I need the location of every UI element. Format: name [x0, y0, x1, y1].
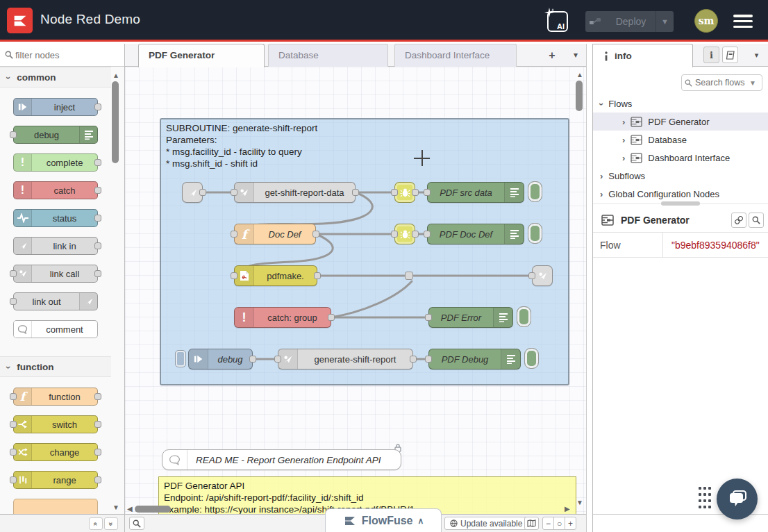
- chevron-down-icon: ›: [596, 103, 607, 106]
- search-flows-input[interactable]: [695, 78, 746, 88]
- collapse-all-button[interactable]: «: [89, 517, 103, 530]
- info-icon: [604, 51, 608, 61]
- expand-all-button[interactable]: »: [104, 517, 118, 530]
- canvas-vscrollbar-thumb[interactable]: [576, 81, 583, 111]
- chevron-right-icon: ›: [600, 189, 603, 199]
- node-comment-readme[interactable]: READ ME - Report Generation Endpoint API: [162, 449, 401, 470]
- chat-widget-button[interactable]: [717, 479, 758, 519]
- node-bug-2[interactable]: [394, 224, 415, 244]
- tree-item-pdf-generator[interactable]: › PDF Generator: [593, 113, 768, 131]
- canvas-scroll-up[interactable]: ▲: [576, 71, 583, 78]
- palette-scroll-area: › common inject debug ! complete: [0, 67, 111, 514]
- palette-node-function[interactable]: f function: [13, 388, 98, 406]
- inject-trigger-button[interactable]: [175, 350, 186, 367]
- zoom-out-button[interactable]: −: [542, 517, 554, 530]
- palette-node-complete[interactable]: ! complete: [13, 153, 98, 172]
- search-flows-button[interactable]: [129, 517, 144, 530]
- node-catch-group[interactable]: ! catch: group: [234, 307, 331, 328]
- tab-dashboard-interface[interactable]: Dashboard Interface: [394, 44, 517, 67]
- flowfuse-panel-toggle[interactable]: FlowFuse ∧: [325, 508, 442, 532]
- palette-node-link-call[interactable]: link call: [13, 265, 98, 283]
- info-tool-button[interactable]: i: [703, 47, 719, 63]
- node-pdf-error[interactable]: PDF Error: [428, 307, 513, 328]
- tab-pdf-generator[interactable]: PDF Generator: [138, 44, 265, 67]
- palette-node-comment[interactable]: comment: [13, 320, 98, 338]
- deploy-button[interactable]: Deploy ▼: [585, 11, 674, 32]
- palette-category-common[interactable]: › common: [0, 67, 111, 88]
- copy-link-button[interactable]: [731, 213, 746, 228]
- bug-icon: [400, 229, 410, 240]
- node-bug-1[interactable]: [394, 182, 415, 203]
- node-link-out[interactable]: [532, 265, 553, 286]
- sidebar-menu-caret[interactable]: ▾: [749, 47, 765, 63]
- ai-assistant-button[interactable]: AI: [547, 11, 568, 32]
- update-available-button[interactable]: Update available: [444, 517, 528, 530]
- zoom-reset-button[interactable]: ○: [553, 517, 565, 530]
- palette-node-partial[interactable]: [13, 499, 98, 514]
- palette-scroll-down[interactable]: ▼: [112, 504, 119, 511]
- search-node-button[interactable]: [749, 213, 764, 228]
- palette-node-link-in[interactable]: link in: [13, 237, 98, 255]
- flow-tab-bar: PDF Generator Database Dashboard Interfa…: [125, 44, 586, 67]
- exclamation-icon: !: [14, 182, 32, 199]
- palette-node-status[interactable]: status: [13, 209, 98, 227]
- chevron-right-icon: ›: [622, 117, 625, 127]
- palette-node-range[interactable]: range: [13, 471, 98, 489]
- canvas-scroll-down[interactable]: ▼: [576, 499, 583, 506]
- flow-group[interactable]: SUBROUTINE: generate-shift-reportParamet…: [160, 118, 569, 385]
- wire-junction[interactable]: [405, 272, 413, 280]
- palette-node-change[interactable]: change: [13, 443, 98, 461]
- sidebar-header: info i ▾: [593, 44, 768, 67]
- palette-node-inject[interactable]: inject: [13, 98, 98, 116]
- node-pdf-src-data[interactable]: PDF src data: [427, 182, 524, 203]
- palette-filter-input[interactable]: [15, 47, 112, 63]
- tab-list-menu-button[interactable]: ▾: [567, 47, 585, 64]
- node-pdf-debug[interactable]: PDF Debug: [428, 349, 521, 369]
- debug-toggle-button[interactable]: [517, 306, 531, 327]
- sidebar-splitter[interactable]: [587, 44, 592, 532]
- node-pdfmake[interactable]: pdfmake.: [234, 265, 317, 286]
- tab-database[interactable]: Database: [268, 44, 388, 67]
- palette-category-function[interactable]: › function: [0, 356, 111, 377]
- help-book-button[interactable]: [722, 47, 738, 63]
- node-generate-shift-report[interactable]: generate-shift-report: [278, 349, 413, 369]
- main-menu-button[interactable]: [733, 15, 753, 28]
- palette-node-switch[interactable]: switch: [13, 415, 98, 433]
- deploy-options-caret[interactable]: ▼: [656, 11, 674, 32]
- widget-drag-handle[interactable]: [699, 487, 711, 510]
- node-inject-debug[interactable]: debug: [188, 349, 253, 369]
- palette-node-debug[interactable]: debug: [13, 126, 98, 144]
- tree-item-global-config[interactable]: › Global Configuration Nodes: [593, 185, 768, 203]
- tree-item-database[interactable]: › Database: [593, 131, 768, 149]
- debug-toggle-button[interactable]: [528, 223, 542, 244]
- zoom-in-button[interactable]: +: [565, 517, 576, 530]
- node-doc-def[interactable]: f Doc Def: [234, 224, 316, 244]
- tree-resize-handle[interactable]: [661, 201, 700, 206]
- palette-scrollbar-thumb[interactable]: [112, 81, 119, 163]
- debug-toggle-button[interactable]: [528, 181, 542, 202]
- canvas-hscrollbar-thumb[interactable]: [135, 506, 171, 513]
- flow-icon: [631, 135, 642, 145]
- node-pdf-doc-def[interactable]: PDF Doc Def: [427, 224, 524, 244]
- exclamation-icon: !: [235, 308, 254, 327]
- debug-toggle-button[interactable]: [524, 348, 539, 369]
- workspace[interactable]: SUBROUTINE: generate-shift-reportParamet…: [125, 67, 586, 514]
- deploy-icon: [585, 17, 606, 26]
- tab-info[interactable]: info: [593, 44, 693, 67]
- minimap-button[interactable]: [524, 517, 539, 530]
- tree-item-flows[interactable]: › Flows: [593, 94, 768, 113]
- node-get-shift-report-data[interactable]: get-shift-report-data: [234, 182, 356, 203]
- user-avatar[interactable]: sm: [694, 9, 718, 33]
- node-link-in[interactable]: [182, 182, 203, 203]
- palette-node-link-out[interactable]: link out: [13, 292, 98, 310]
- palette-scroll-up[interactable]: ▲: [112, 72, 119, 79]
- tree-item-subflows[interactable]: › Subflows: [593, 167, 768, 185]
- sidebar-search[interactable]: ▼: [681, 74, 762, 91]
- tree-item-dashboard-interface[interactable]: › Dashboard Interface: [593, 149, 768, 167]
- palette-node-catch[interactable]: ! catch: [13, 181, 98, 199]
- add-flow-button[interactable]: +: [543, 47, 561, 64]
- link-icon: [537, 271, 548, 281]
- canvas-scroll-right[interactable]: ▶: [565, 505, 570, 513]
- canvas-scroll-left[interactable]: ◀: [127, 505, 133, 513]
- search-options-caret[interactable]: ▼: [749, 79, 756, 87]
